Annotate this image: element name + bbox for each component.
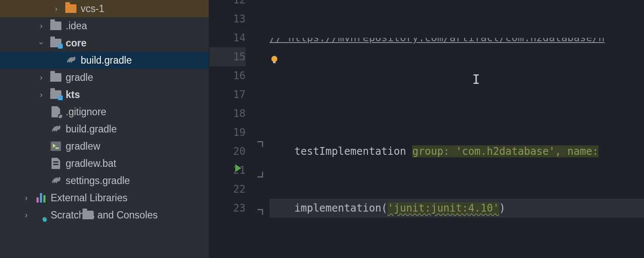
chevron-down-icon: › (37, 38, 46, 48)
code-line[interactable] (270, 85, 644, 104)
line-number[interactable]: 22 (210, 180, 246, 199)
tree-label: gradlew.bat (66, 158, 116, 169)
line-number[interactable]: 12 (210, 0, 246, 9)
tree-item-core-build-gradle[interactable]: › build.gradle (0, 52, 209, 69)
tree-item-build-gradle[interactable]: › build.gradle (0, 120, 209, 138)
tree-item-scratches[interactable]: › Scratches and Consoles (0, 206, 209, 224)
tree-item-external-libraries[interactable]: › External Libraries (0, 189, 209, 206)
line-number[interactable]: 17 (210, 85, 246, 104)
fold-close-icon[interactable] (257, 135, 263, 141)
line-number[interactable]: 23 (210, 199, 246, 218)
tree-item-vcs-1[interactable]: › vcs-1 (0, 0, 209, 17)
folder-icon (65, 3, 76, 14)
shell-icon (50, 141, 61, 152)
module-icon (50, 89, 61, 100)
fold-open-icon[interactable] (257, 165, 263, 171)
tree-label: .gitignore (66, 106, 106, 118)
tree-item-core[interactable]: › core (0, 34, 209, 52)
line-number[interactable]: 14 (210, 28, 246, 47)
tree-label: .idea (66, 20, 87, 32)
folder-icon (50, 20, 61, 31)
line-number[interactable]: 16 (210, 66, 246, 85)
code-editor[interactable]: 12 13 14 15 16 17 18 19 20 21 22 23 // h… (210, 0, 644, 258)
chevron-right-icon: › (36, 22, 46, 31)
scratches-icon (35, 209, 46, 221)
tree-label: build.gradle (81, 55, 132, 66)
tree-item-gradlew-bat[interactable]: › gradlew.bat (0, 155, 209, 172)
tree-item-settings-gradle[interactable]: › settings.gradle (0, 172, 209, 189)
chevron-right-icon: › (36, 90, 46, 99)
tree-label: Scratches and Consoles (51, 209, 158, 221)
chevron-right-icon: › (52, 4, 61, 13)
chevron-right-icon: › (21, 194, 31, 203)
tree-label: core (66, 37, 87, 49)
text-file-icon (50, 158, 61, 169)
tree-item-gradle[interactable]: › gradle (0, 69, 209, 86)
tree-label: External Libraries (51, 192, 128, 204)
code-line[interactable]: // https://mvnrepository.com/artifact/co… (270, 38, 644, 47)
tree-item-gradlew[interactable]: › gradlew (0, 138, 209, 155)
code-line[interactable] (270, 255, 644, 258)
project-tree[interactable]: › vcs-1 › .idea › core › build.gradle › … (0, 0, 210, 258)
gitignore-icon (50, 106, 61, 117)
tree-label: build.gradle (66, 123, 117, 135)
tree-item-idea[interactable]: › .idea (0, 17, 209, 34)
line-number[interactable]: 19 (210, 123, 246, 142)
code-line[interactable]: implementation('junit:junit:4.10') (270, 199, 644, 218)
tree-label: gradle (66, 72, 93, 83)
tree-label: settings.gradle (66, 175, 130, 187)
editor-gutter[interactable]: 12 13 14 15 16 17 18 19 20 21 22 23 (210, 0, 270, 258)
editor-code-area[interactable]: // https://mvnrepository.com/artifact/co… (270, 0, 644, 258)
module-icon (50, 37, 61, 49)
svg-point-0 (271, 56, 277, 62)
run-gutter-icon[interactable] (235, 164, 241, 172)
chevron-right-icon: › (21, 211, 31, 220)
gradle-icon (50, 123, 61, 135)
line-number[interactable]: 15 (210, 47, 246, 66)
intention-bulb-icon[interactable] (270, 52, 279, 61)
tree-label: gradlew (66, 141, 100, 152)
line-number[interactable]: 18 (210, 104, 246, 123)
tree-label: vcs-1 (81, 3, 104, 15)
fold-close-icon[interactable] (257, 203, 263, 209)
folder-icon (50, 72, 61, 83)
libraries-icon (35, 192, 46, 203)
code-line[interactable]: testImplementation group: 'com.h2databas… (270, 142, 644, 161)
line-number[interactable]: 13 (210, 9, 246, 28)
gradle-icon (50, 175, 61, 186)
chevron-right-icon: › (36, 73, 46, 82)
gradle-icon (65, 55, 76, 66)
svg-rect-1 (273, 61, 276, 63)
tree-item-kts[interactable]: › kts (0, 86, 209, 103)
line-number[interactable]: 20 (210, 142, 246, 161)
tree-label: kts (66, 89, 80, 101)
tree-item-gitignore[interactable]: › .gitignore (0, 103, 209, 120)
